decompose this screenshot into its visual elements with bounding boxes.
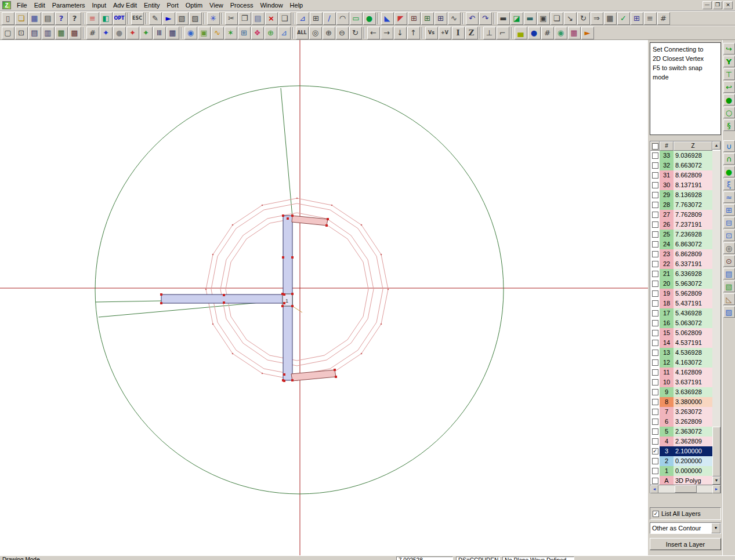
layer-checkbox[interactable]	[652, 271, 658, 277]
layer-checkbox[interactable]	[652, 340, 658, 346]
antenna-view-icon[interactable]: ✶	[225, 27, 237, 39]
mesh-grid-icon[interactable]: #	[86, 27, 99, 39]
layer-row[interactable]: 11 4.162809	[650, 368, 712, 377]
insert-layer-button[interactable]: Insert a Layer	[650, 538, 721, 550]
layer-checkbox[interactable]	[652, 261, 658, 267]
strip-metal-icon[interactable]: ▦	[55, 27, 68, 39]
layer-checkbox[interactable]	[652, 192, 658, 198]
move-down-layer-icon[interactable]: ▥	[42, 27, 55, 39]
layer-checkbox[interactable]	[652, 281, 658, 287]
menu-adv-edit[interactable]: Adv Edit	[110, 1, 140, 10]
display-mode-icon[interactable]: ◧	[100, 12, 113, 25]
draw-rect-icon[interactable]: ▭	[350, 12, 363, 25]
layer-checkbox[interactable]	[652, 212, 658, 218]
context-help-icon[interactable]: ?	[68, 12, 81, 25]
menu-edit[interactable]: Edit	[31, 1, 49, 10]
union-rings-icon[interactable]: ∪	[723, 140, 735, 152]
gear-icon[interactable]: ◉	[555, 27, 567, 39]
copy-paste-icon[interactable]: ❑	[278, 12, 291, 25]
pan-right-icon[interactable]: →	[381, 27, 393, 39]
intersect-rings-icon[interactable]: ∩	[723, 153, 735, 165]
draw-circle-icon[interactable]: ●	[363, 12, 376, 25]
layer-checkbox[interactable]	[652, 310, 658, 317]
select-polygon-icon[interactable]: ▨	[189, 12, 202, 25]
grid-toggle-icon[interactable]: ▦	[604, 12, 617, 25]
layer-checkbox[interactable]	[652, 399, 658, 405]
mesh-param-icon[interactable]: #	[541, 27, 554, 39]
connect-arrow-icon[interactable]: ↪	[723, 43, 735, 54]
measure-angle-icon[interactable]: ⊞	[421, 12, 434, 25]
redo-icon[interactable]: ↷	[479, 12, 492, 25]
rotate-view-icon[interactable]: ↻	[577, 12, 590, 25]
undo-icon[interactable]: ↶	[466, 12, 479, 25]
voltage-source-icon[interactable]: Vs	[425, 27, 438, 39]
layer-header-select[interactable]	[650, 141, 660, 151]
layer-checkbox[interactable]	[652, 202, 658, 208]
cut-notch-icon[interactable]: ◤	[394, 12, 407, 25]
bend-arrow-icon[interactable]: ↩	[723, 81, 735, 93]
layer-row[interactable]: 33 9.036928	[650, 151, 712, 161]
spreadsheet-icon[interactable]: ▦	[568, 27, 581, 39]
menu-port[interactable]: Port	[164, 1, 182, 10]
layer-checkbox[interactable]	[652, 231, 658, 238]
layer-row[interactable]: ✓ 3 2.100000	[650, 446, 712, 456]
layer-checkbox[interactable]	[652, 221, 658, 228]
scrollbar-track[interactable]	[712, 151, 720, 477]
columns-icon[interactable]: Ⅲ	[153, 27, 166, 39]
layer-checkbox[interactable]	[652, 241, 658, 248]
feed-structure[interactable]: 1	[161, 216, 336, 381]
print-icon[interactable]: ▤	[42, 12, 55, 25]
t-branch-icon[interactable]: ⊤	[723, 68, 735, 80]
simulate-icon[interactable]: ✦	[100, 27, 113, 39]
stackup-icon[interactable]: ▄	[515, 27, 527, 39]
pan-down-icon[interactable]: ↓	[394, 27, 407, 39]
layer-checkbox[interactable]	[652, 438, 658, 445]
layer-row[interactable]: 20 5.963072	[650, 279, 712, 289]
delete-icon[interactable]: ×	[265, 12, 278, 25]
strip-slot-icon[interactable]: ▩	[68, 27, 81, 39]
layer-row[interactable]: 16 5.063072	[650, 318, 712, 328]
layer-horizontal-scrollbar[interactable]: ◄ ►	[650, 485, 720, 493]
cell-icon[interactable]: ⊡	[723, 230, 735, 241]
coil-icon[interactable]: ξ	[723, 179, 735, 190]
minimize-button[interactable]: —	[703, 1, 712, 9]
pause-icon[interactable]: ●	[113, 27, 126, 39]
layer-row[interactable]: 6 3.262809	[650, 417, 712, 427]
restore-button[interactable]: ❐	[713, 1, 722, 9]
open-icon[interactable]: ❏	[15, 12, 28, 25]
draw-arc-icon[interactable]: ◠	[336, 12, 349, 25]
layer-checkbox[interactable]	[652, 172, 658, 179]
chamfer-icon[interactable]: ◣	[381, 12, 394, 25]
menu-process[interactable]: Process	[227, 1, 257, 10]
scroll-up-button[interactable]: ▲	[712, 141, 720, 150]
layer-row[interactable]: 24 6.863072	[650, 239, 712, 249]
layer-checkbox[interactable]	[652, 182, 658, 188]
measure-distance-icon[interactable]: ⊞	[408, 12, 421, 25]
list-all-layers-checkbox[interactable]: ✓	[653, 511, 659, 517]
select-all-icon[interactable]: ✳	[207, 12, 220, 25]
layer-row[interactable]: 26 7.237191	[650, 220, 712, 230]
scroll-down-button[interactable]: ▼	[712, 477, 720, 485]
layer-row[interactable]: 31 8.662809	[650, 170, 712, 180]
menu-file[interactable]: File	[13, 1, 31, 10]
curve-icon[interactable]: ≈	[723, 191, 735, 203]
menu-view[interactable]: View	[206, 1, 227, 10]
menu-window[interactable]: Window	[256, 1, 286, 10]
paste-icon[interactable]: ▤	[252, 12, 265, 25]
window-a-icon[interactable]: ⊞	[723, 204, 735, 216]
table-icon[interactable]: ▦	[166, 27, 179, 39]
layer-row[interactable]: 27 7.762809	[650, 210, 712, 220]
layer-checkbox[interactable]	[652, 330, 658, 336]
layer-row[interactable]: 30 8.137191	[650, 180, 712, 190]
layer-row[interactable]: 7 3.263072	[650, 407, 712, 417]
layer-header-z[interactable]: Z	[674, 141, 712, 151]
layer-row[interactable]: 2 0.200000	[650, 456, 712, 466]
chevron-down-icon[interactable]: ▼	[711, 523, 720, 533]
ruler-icon[interactable]: ◺	[723, 293, 735, 305]
spiral-icon[interactable]: §	[723, 119, 735, 131]
layer-row[interactable]: 19 5.962809	[650, 289, 712, 299]
menu-help[interactable]: Help	[287, 1, 307, 10]
layer-checkbox[interactable]	[652, 320, 658, 326]
layer-row[interactable]: 21 6.336928	[650, 269, 712, 279]
layer-checkbox[interactable]	[652, 152, 658, 159]
